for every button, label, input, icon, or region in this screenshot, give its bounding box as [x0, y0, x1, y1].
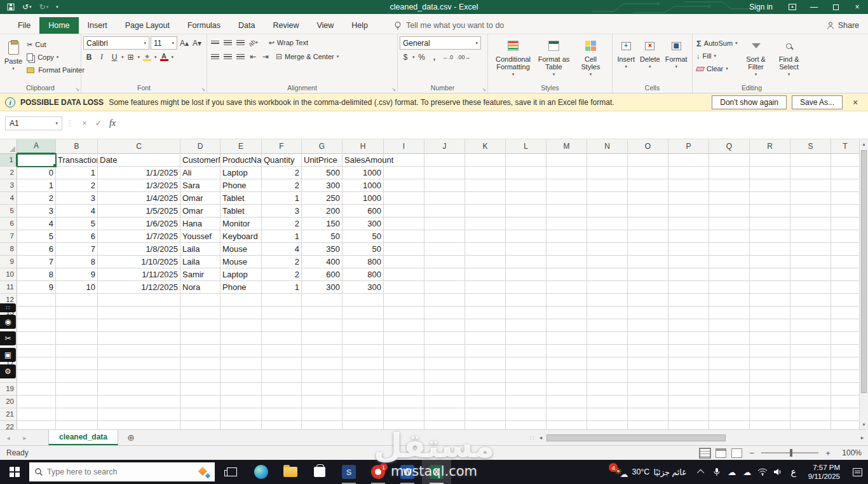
cell-O11[interactable]: [628, 281, 668, 294]
cell-A1[interactable]: [17, 154, 56, 167]
cell-S16[interactable]: [790, 345, 831, 357]
cell-J15[interactable]: [424, 332, 465, 345]
cell-T1[interactable]: [831, 154, 859, 167]
cell-P4[interactable]: [668, 192, 709, 205]
cell-M18[interactable]: [546, 370, 587, 383]
cell-M8[interactable]: [546, 243, 587, 256]
cell-D1[interactable]: CustomerName: [180, 154, 220, 167]
cell-P17[interactable]: [668, 357, 709, 370]
cell-H8[interactable]: 50: [342, 243, 384, 256]
cell-D12[interactable]: [180, 294, 220, 307]
onedrive-button[interactable]: ☁: [724, 460, 740, 484]
tab-review[interactable]: Review: [264, 17, 308, 34]
cell-styles-button[interactable]: Cell Styles ▾: [574, 36, 608, 78]
cell-G7[interactable]: 50: [302, 230, 342, 243]
cell-G4[interactable]: 250: [302, 192, 342, 205]
cell-K22[interactable]: [465, 421, 506, 429]
cell-E8[interactable]: Mouse: [220, 243, 262, 256]
column-header-S[interactable]: S: [790, 139, 831, 154]
cell-A8[interactable]: 6: [17, 243, 56, 256]
cell-A16[interactable]: [17, 345, 56, 357]
notification-app-button[interactable]: 1: [363, 460, 393, 484]
cell-I9[interactable]: [384, 256, 424, 268]
cell-B6[interactable]: 5: [56, 218, 98, 230]
cell-B2[interactable]: 1: [56, 167, 98, 179]
cell-C4[interactable]: 1/4/2025: [98, 192, 180, 205]
cell-H20[interactable]: [342, 396, 384, 408]
alignment-dialog-launcher[interactable]: ↘: [391, 86, 396, 92]
cell-S9[interactable]: [790, 256, 831, 268]
cell-Q3[interactable]: [709, 179, 750, 192]
cell-G11[interactable]: 300: [302, 281, 342, 294]
cell-Q7[interactable]: [709, 230, 750, 243]
cell-B12[interactable]: [56, 294, 98, 307]
cell-D14[interactable]: [180, 319, 220, 332]
cell-O2[interactable]: [628, 167, 668, 179]
row-header-7[interactable]: 7: [0, 230, 17, 243]
cell-S20[interactable]: [790, 396, 831, 408]
insert-function-button[interactable]: fx: [105, 118, 119, 128]
cell-T13[interactable]: [831, 307, 859, 319]
cell-E2[interactable]: Laptop: [220, 167, 262, 179]
warning-close-button[interactable]: ×: [848, 97, 863, 107]
align-bottom-button[interactable]: [234, 37, 246, 49]
cell-G20[interactable]: [302, 396, 342, 408]
cell-S3[interactable]: [790, 179, 831, 192]
row-header-10[interactable]: 10: [0, 268, 17, 281]
cell-O16[interactable]: [628, 345, 668, 357]
cell-D2[interactable]: Ali: [180, 167, 220, 179]
cell-E19[interactable]: [220, 383, 262, 396]
cell-H19[interactable]: [342, 383, 384, 396]
cell-H17[interactable]: [342, 357, 384, 370]
cell-E13[interactable]: [220, 307, 262, 319]
vertical-scrollbar[interactable]: ▴ ▾: [859, 139, 868, 429]
cell-K9[interactable]: [465, 256, 506, 268]
cell-H11[interactable]: 300: [342, 281, 384, 294]
tab-formulas[interactable]: Formulas: [179, 17, 229, 34]
cell-C20[interactable]: [98, 396, 180, 408]
cell-C15[interactable]: [98, 332, 180, 345]
cell-O19[interactable]: [628, 383, 668, 396]
cell-P8[interactable]: [668, 243, 709, 256]
ribbon-display-options-button[interactable]: [782, 0, 803, 14]
cell-T4[interactable]: [831, 192, 859, 205]
cell-G8[interactable]: 350: [302, 243, 342, 256]
cell-K14[interactable]: [465, 319, 506, 332]
cell-R19[interactable]: [750, 383, 790, 396]
cell-J3[interactable]: [424, 179, 465, 192]
cell-N18[interactable]: [587, 370, 628, 383]
network-button[interactable]: [755, 460, 770, 484]
row-header-2[interactable]: 2: [0, 167, 17, 179]
fill-button[interactable]: ↓Fill▾: [695, 50, 740, 62]
cut-button[interactable]: ✂Cut: [25, 38, 86, 51]
format-cells-button[interactable]: ▦ Format ▾: [663, 36, 690, 71]
cell-E5[interactable]: Tablet: [220, 205, 262, 218]
cell-C10[interactable]: 1/11/2025: [98, 268, 180, 281]
word-button[interactable]: W: [393, 460, 422, 484]
tab-scroll-splitter[interactable]: ∷: [527, 430, 536, 445]
cell-D15[interactable]: [180, 332, 220, 345]
cell-F9[interactable]: 2: [262, 256, 302, 268]
cell-L17[interactable]: [506, 357, 546, 370]
cell-C6[interactable]: 1/6/2025: [98, 218, 180, 230]
cell-Q5[interactable]: [709, 205, 750, 218]
cell-G9[interactable]: 400: [302, 256, 342, 268]
cell-A3[interactable]: 1: [17, 179, 56, 192]
column-header-G[interactable]: G: [302, 139, 342, 154]
cell-M2[interactable]: [546, 167, 587, 179]
cell-R20[interactable]: [750, 396, 790, 408]
cell-R22[interactable]: [750, 421, 790, 429]
screenshot-camera-icon[interactable]: ◉: [0, 315, 16, 329]
tab-file[interactable]: File: [9, 17, 39, 34]
cell-L1[interactable]: [506, 154, 546, 167]
cell-G19[interactable]: [302, 383, 342, 396]
zoom-slider[interactable]: [761, 452, 818, 453]
cell-M9[interactable]: [546, 256, 587, 268]
cell-F22[interactable]: [262, 421, 302, 429]
scroll-left-arrow[interactable]: ◂: [536, 434, 545, 441]
cell-N4[interactable]: [587, 192, 628, 205]
cell-L7[interactable]: [506, 230, 546, 243]
cell-Q11[interactable]: [709, 281, 750, 294]
cell-J14[interactable]: [424, 319, 465, 332]
cell-P3[interactable]: [668, 179, 709, 192]
